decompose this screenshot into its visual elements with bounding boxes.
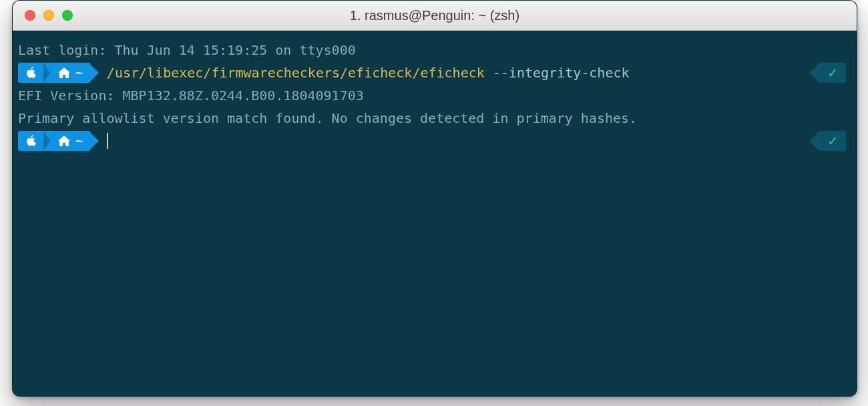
traffic-lights [13,10,73,21]
command-1: /usr/libexec/firmwarecheckers/eficheck/e… [107,61,630,84]
output-line-2: Primary allowlist version match found. N… [18,107,846,130]
prompt-segment-home: ~ [43,131,89,151]
command-path: /usr/libexec/firmwarecheckers/eficheck/e… [107,65,485,81]
prompt-2: ~ [18,131,89,151]
prompt-segment-apple [18,131,43,151]
status-indicator-2: ✓ [809,131,846,151]
checkmark-icon: ✓ [828,134,837,148]
output-line-1: EFI Version: MBP132.88Z.0244.B00.1804091… [18,84,846,107]
home-icon [58,67,70,78]
prompt-cwd: ~ [75,130,83,152]
titlebar[interactable]: 1. rasmus@Penguin: ~ (zsh) [13,1,857,31]
prompt-segment-home: ~ [43,63,89,83]
prompt-row-1: ~ /usr/libexec/firmwarecheckers/eficheck… [18,61,846,84]
terminal-body[interactable]: Last login: Thu Jun 14 15:19:25 on ttys0… [13,31,857,397]
window-title: 1. rasmus@Penguin: ~ (zsh) [13,8,857,23]
prompt-cwd: ~ [75,61,83,84]
prompt-1: ~ [18,63,89,83]
checkmark-icon: ✓ [828,65,837,80]
terminal-window: 1. rasmus@Penguin: ~ (zsh) Last login: T… [12,0,857,397]
last-login-line: Last login: Thu Jun 14 15:19:25 on ttys0… [18,39,846,61]
apple-icon [26,135,37,147]
close-icon[interactable] [25,10,35,21]
prompt-row-2: ~ ✓ [18,130,846,152]
status-indicator-1: ✓ [809,63,846,83]
home-icon [58,136,70,146]
apple-icon [26,67,37,79]
zoom-icon[interactable] [62,10,73,21]
minimize-icon[interactable] [43,10,54,21]
command-arg: --integrity-check [493,65,630,81]
cursor [107,133,108,149]
prompt-segment-apple [18,63,43,83]
